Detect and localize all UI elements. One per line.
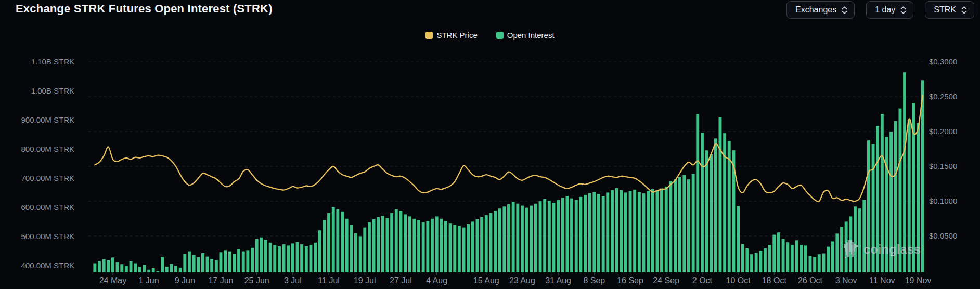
svg-text:4 Aug: 4 Aug xyxy=(426,276,447,285)
svg-text:500.00M STRK: 500.00M STRK xyxy=(21,232,74,241)
svg-text:1 Jun: 1 Jun xyxy=(139,276,159,285)
svg-text:900.00M STRK: 900.00M STRK xyxy=(21,115,74,124)
svg-text:3 Nov: 3 Nov xyxy=(835,276,857,285)
open-interest-chart[interactable]: 1.10B STRK1.00B STRK900.00M STRK800.00M … xyxy=(0,0,980,289)
svg-text:24 Sep: 24 Sep xyxy=(653,276,679,285)
svg-text:19 Jul: 19 Jul xyxy=(354,276,376,285)
svg-text:8 Sep: 8 Sep xyxy=(583,276,605,285)
svg-text:31 Aug: 31 Aug xyxy=(545,276,571,285)
svg-text:800.00M STRK: 800.00M STRK xyxy=(21,144,74,153)
svg-text:$0.2500: $0.2500 xyxy=(929,92,957,101)
svg-text:$0.2000: $0.2000 xyxy=(929,127,957,136)
svg-text:11 Nov: 11 Nov xyxy=(869,276,895,285)
svg-text:23 Aug: 23 Aug xyxy=(509,276,535,285)
chart-plot-area[interactable]: 1.10B STRK1.00B STRK900.00M STRK800.00M … xyxy=(0,0,980,289)
svg-text:$0.0500: $0.0500 xyxy=(929,231,957,240)
svg-text:400.00M STRK: 400.00M STRK xyxy=(21,261,74,270)
svg-text:700.00M STRK: 700.00M STRK xyxy=(21,174,74,182)
svg-text:9 Jun: 9 Jun xyxy=(175,276,195,285)
svg-text:25 Jun: 25 Jun xyxy=(244,276,269,285)
svg-text:2 Oct: 2 Oct xyxy=(692,276,713,285)
svg-text:27 Jul: 27 Jul xyxy=(390,276,412,285)
svg-text:1.00B STRK: 1.00B STRK xyxy=(31,86,74,95)
svg-text:600.00M STRK: 600.00M STRK xyxy=(21,203,74,212)
svg-text:15 Aug: 15 Aug xyxy=(473,276,499,285)
coinglass-open-interest-page: Exchange STRK Futures Open Interest (STR… xyxy=(0,0,980,289)
svg-text:19 Nov: 19 Nov xyxy=(905,276,932,285)
svg-text:3 Jul: 3 Jul xyxy=(284,276,302,285)
svg-text:16 Sep: 16 Sep xyxy=(617,276,643,285)
svg-text:26 Oct: 26 Oct xyxy=(798,276,823,285)
svg-text:24 May: 24 May xyxy=(99,276,126,285)
svg-text:17 Jun: 17 Jun xyxy=(208,276,233,285)
svg-text:11 Jul: 11 Jul xyxy=(318,276,340,285)
svg-text:$0.1000: $0.1000 xyxy=(929,196,957,205)
svg-text:1.10B STRK: 1.10B STRK xyxy=(31,57,74,66)
svg-text:18 Oct: 18 Oct xyxy=(762,276,787,285)
svg-text:$0.3000: $0.3000 xyxy=(929,57,957,66)
svg-text:10 Oct: 10 Oct xyxy=(726,276,751,285)
svg-text:$0.1500: $0.1500 xyxy=(929,162,957,170)
